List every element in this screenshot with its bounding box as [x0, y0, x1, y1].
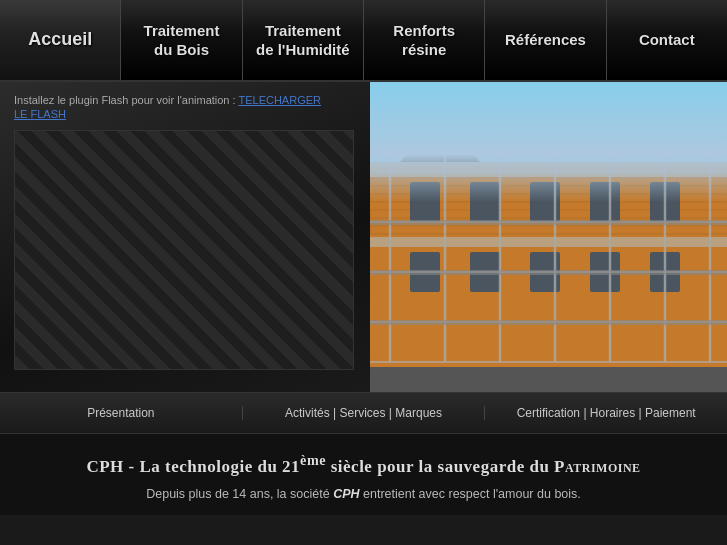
flash-link-2[interactable]: LE FLASH	[14, 108, 356, 120]
footer-cph-brand: CPH	[333, 487, 359, 501]
svg-rect-18	[470, 182, 500, 222]
svg-rect-12	[370, 194, 727, 202]
nav-label-traitement-humidite: Traitementde l'Humidité	[256, 21, 350, 60]
flash-notice-text: Installez le plugin Flash pour voir l'an…	[14, 94, 236, 106]
nav-label-accueil: Accueil	[28, 28, 92, 51]
svg-rect-40	[370, 270, 727, 275]
svg-rect-15	[370, 162, 727, 177]
main-nav: Accueil Traitementdu Bois Traitementde l…	[0, 0, 727, 82]
bottom-nav: Présentation Activités | Services | Marq…	[0, 392, 727, 434]
bottom-nav-activites[interactable]: Activités | Services | Marques	[243, 406, 486, 420]
right-panel	[370, 82, 727, 392]
footer-title-prefix: CPH -	[86, 457, 139, 476]
building-scene-svg	[370, 82, 727, 392]
bottom-nav-certification[interactable]: Certification | Horaires | Paiement	[485, 406, 727, 420]
svg-rect-10	[370, 162, 727, 170]
left-panel: Installez le plugin Flash pour voir l'an…	[0, 82, 370, 392]
building-photo	[370, 82, 727, 392]
svg-rect-11	[370, 178, 727, 186]
svg-rect-42	[370, 367, 727, 392]
footer-subtitle: Depuis plus de 14 ans, la société CPH en…	[20, 485, 707, 504]
svg-rect-43	[670, 82, 727, 142]
flash-notice: Installez le plugin Flash pour voir l'an…	[14, 94, 356, 120]
svg-rect-20	[590, 182, 620, 222]
svg-rect-41	[370, 320, 727, 325]
nav-label-contact: Contact	[639, 30, 695, 50]
footer: CPH - La technologie du 21ème siècle pou…	[0, 434, 727, 515]
nav-item-traitement-bois[interactable]: Traitementdu Bois	[121, 0, 242, 80]
svg-marker-7	[570, 100, 660, 152]
svg-point-4	[598, 98, 642, 118]
footer-title-text: La technologie du 21ème siècle pour la s…	[139, 457, 640, 476]
nav-item-accueil[interactable]: Accueil	[0, 0, 121, 80]
nav-item-renforts-resine[interactable]: Renfortsrésine	[364, 0, 485, 80]
bottom-nav-label-certification: Certification | Horaires | Paiement	[517, 406, 696, 420]
footer-title: CPH - La technologie du 21ème siècle pou…	[20, 452, 707, 477]
nav-item-contact[interactable]: Contact	[607, 0, 727, 80]
svg-marker-6	[440, 112, 477, 162]
nav-label-renforts-resine: Renfortsrésine	[393, 21, 455, 60]
svg-marker-8	[615, 100, 658, 152]
bottom-nav-label-activites: Activités | Services | Marques	[285, 406, 442, 420]
svg-point-3	[560, 100, 620, 124]
bottom-nav-label-presentation: Présentation	[87, 406, 154, 420]
footer-patrimoine: Patrimoine	[554, 457, 641, 476]
nav-item-references[interactable]: Références	[485, 0, 606, 80]
flash-placeholder-area	[14, 130, 354, 370]
svg-point-2	[432, 89, 488, 115]
svg-marker-5	[400, 112, 480, 162]
svg-rect-39	[370, 220, 727, 225]
main-content: Installez le plugin Flash pour voir l'an…	[0, 82, 727, 392]
flash-link-1[interactable]: TELECHARGER	[238, 94, 321, 106]
svg-rect-0	[370, 82, 727, 202]
bottom-nav-presentation[interactable]: Présentation	[0, 406, 243, 420]
nav-label-references: Références	[505, 30, 586, 50]
svg-rect-17	[410, 182, 440, 222]
nav-item-traitement-humidite[interactable]: Traitementde l'Humidité	[243, 0, 364, 80]
nav-label-traitement-bois: Traitementdu Bois	[144, 21, 220, 60]
svg-rect-16	[370, 237, 727, 247]
svg-point-1	[395, 92, 465, 122]
footer-superscript: ème	[300, 452, 326, 468]
